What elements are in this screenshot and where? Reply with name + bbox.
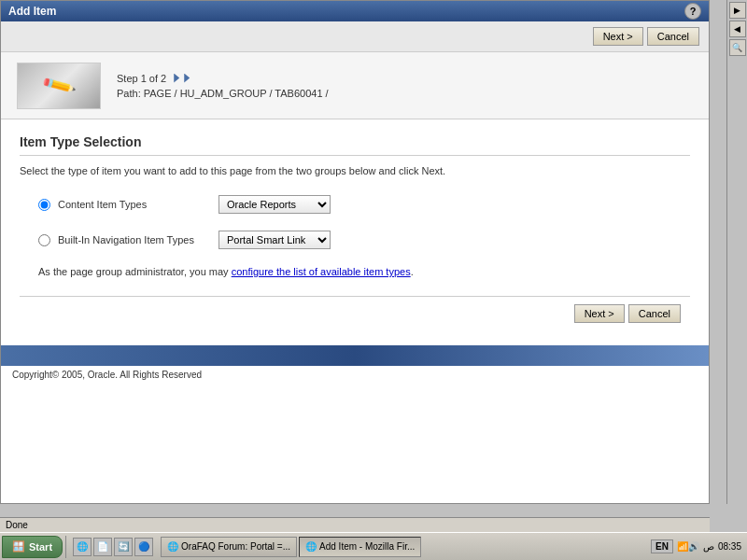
nav-type-radio[interactable] [38,234,50,246]
system-tray-icons: 📶🔊 [677,541,699,552]
section-title: Item Type Selection [20,134,690,156]
cancel-button-bottom[interactable]: Cancel [628,304,681,323]
taskbar-right: EN 📶🔊 ص 08:35 [645,539,747,553]
radio-group: Content Item Types Oracle Reports Simple… [20,195,690,249]
info-prefix: As the page group administrator, you may [38,266,232,277]
nav-type-label: Built-In Navigation Item Types [58,234,207,245]
content-type-dropdown[interactable]: Oracle Reports Simple Content URL Item F… [218,195,331,214]
nav-type-dropdown[interactable]: Portal Smart Link Portal Template Naviga… [218,231,331,249]
path-label: Path: [117,88,141,99]
configure-link[interactable]: configure the list of available item typ… [232,266,411,277]
step-text: Step 1 of 2 [117,73,166,84]
path-text: Path: PAGE / HU_ADM_GROUP / TAB60041 / [117,88,698,99]
pencil-icon: ✏️ [40,67,78,104]
info-suffix: . [411,266,414,277]
blue-footer [1,345,709,366]
step-arrow-2 [184,74,193,83]
taskbar-quick-icons: 🌐 📄 🔄 🔵 [69,538,157,556]
content-type-label: Content Item Types [58,199,207,210]
taskbar-icon-1[interactable]: 🌐 [73,538,92,556]
status-bar: Done [0,517,710,532]
side-toolbar: ▶ ◀ 🔍 [726,0,747,504]
logo-area: ✏️ [12,60,106,111]
content-type-row: Content Item Types Oracle Reports Simple… [20,195,690,214]
task1-label: OraFAQ Forum: Portal =... [181,541,290,552]
browser-window: Add Item ? Next > Cancel ✏️ Step 1 of 2 … [0,0,710,504]
taskbar-divider [65,536,66,558]
section-description: Select the type of item you want to add … [20,165,690,176]
step-line: Step 1 of 2 [117,73,698,84]
taskbar-task-orafaq[interactable]: 🌐 OraFAQ Forum: Portal =... [161,537,297,557]
copyright-bar: Copyright© 2005, Oracle. All Rights Rese… [1,366,709,384]
clock-time: 08:35 [718,541,741,552]
taskbar-tasks: 🌐 OraFAQ Forum: Portal =... 🌐 Add Item -… [157,537,645,557]
header-section: ✏️ Step 1 of 2 Path: PAGE / HU_ADM_GROUP… [1,52,709,119]
task2-icon: 🌐 [305,541,317,552]
start-icon: 🪟 [12,540,25,553]
next-button-top[interactable]: Next > [593,27,643,46]
top-action-bar: Next > Cancel [1,21,709,52]
path-value: PAGE / HU_ADM_GROUP / TAB60041 / [144,88,329,99]
side-btn-2[interactable]: ◀ [729,21,746,37]
content-type-radio[interactable] [38,199,50,211]
help-button[interactable]: ? [684,3,701,20]
main-content: Item Type Selection Select the type of i… [1,119,709,345]
logo-image: ✏️ [17,63,101,109]
taskbar-icon-3[interactable]: 🔄 [114,538,133,556]
lang-indicator: EN [651,539,673,553]
nav-type-row: Built-In Navigation Item Types Portal Sm… [20,231,690,249]
copyright-text: Copyright© 2005, Oracle. All Rights Rese… [12,370,202,380]
clock-ampm: ص [703,541,714,552]
side-btn-1[interactable]: ▶ [729,2,746,19]
window-title: Add Item [8,5,56,18]
title-bar-left: Add Item [8,5,56,18]
title-bar: Add Item ? [1,1,709,21]
step-info: Step 1 of 2 Path: PAGE / HU_ADM_GROUP / … [117,73,698,99]
taskbar-task-additem[interactable]: 🌐 Add Item - Mozilla Fir... [299,537,421,557]
taskbar-icon-4[interactable]: 🔵 [134,538,153,556]
step-arrows [174,74,193,83]
bottom-action-bar: Next > Cancel [20,296,690,330]
next-button-bottom[interactable]: Next > [574,304,625,323]
task2-label: Add Item - Mozilla Fir... [319,541,415,552]
start-label: Start [29,541,52,553]
step-arrow-1 [174,74,183,83]
start-button[interactable]: 🪟 Start [2,536,63,558]
cancel-button-top[interactable]: Cancel [647,27,699,46]
status-text: Done [6,520,28,530]
info-text: As the page group administrator, you may… [20,266,690,277]
magnifier-icon[interactable]: 🔍 [729,39,746,56]
taskbar: 🪟 Start 🌐 📄 🔄 🔵 🌐 OraFAQ Forum: Portal =… [0,532,747,560]
task1-icon: 🌐 [167,541,178,552]
taskbar-icon-2[interactable]: 📄 [93,538,112,556]
